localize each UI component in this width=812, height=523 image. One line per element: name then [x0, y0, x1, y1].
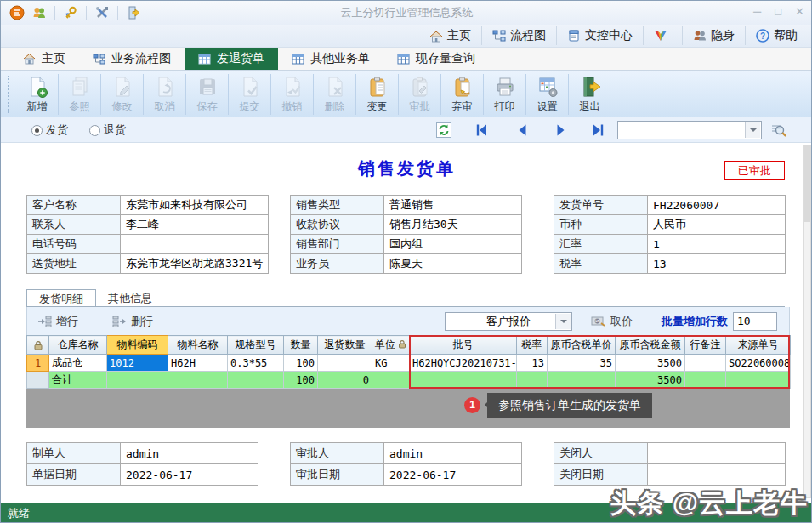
first-record-icon[interactable] — [474, 122, 489, 138]
next-record-icon[interactable] — [554, 122, 569, 138]
field-label: 联系人 — [27, 215, 121, 235]
spec-model-cell[interactable]: 0.3*55 — [228, 355, 284, 372]
record-selector-combobox[interactable] — [617, 121, 762, 139]
last-record-icon[interactable] — [591, 122, 606, 138]
payment-terms-field[interactable]: 销售月结30天 — [384, 215, 522, 235]
get-price-button[interactable]: $ 取价 — [591, 314, 633, 329]
delivery-address-field[interactable]: 东莞市龙华区胡龙路3321号 — [121, 254, 269, 274]
save-button[interactable]: 保存 — [186, 73, 228, 116]
change-button[interactable]: 变更 — [356, 73, 398, 116]
exit-button[interactable]: 退出 — [569, 73, 610, 116]
cancel-button[interactable]: 取消 — [144, 73, 185, 116]
sales-type-field[interactable]: 普通销售 — [384, 196, 522, 215]
vertical-scrollbar[interactable] — [803, 145, 811, 498]
maximize-button[interactable]: □ — [775, 5, 781, 18]
currency-field[interactable]: 人民币 — [648, 215, 786, 235]
row-selector-header[interactable] — [27, 336, 49, 355]
amount-cell[interactable]: 3500 — [616, 355, 685, 372]
delete-button[interactable]: 删除 — [314, 73, 355, 116]
column-header-spec-model[interactable]: 规格型号 — [228, 336, 284, 355]
approval-date-field: 2022-06-17 — [384, 464, 522, 486]
column-header-quantity[interactable]: 数量 — [284, 336, 318, 355]
new-button[interactable]: 新增 — [16, 73, 58, 116]
add-row-icon — [37, 316, 52, 327]
tab-shipping-return-orders[interactable]: 发退货单 — [185, 48, 278, 70]
warehouse-cell[interactable]: 成品仓 — [49, 355, 107, 372]
menu-item-home[interactable]: 主页 — [419, 26, 482, 45]
revoke-icon — [281, 75, 304, 99]
column-header-tax-rate[interactable]: 税率 — [517, 336, 548, 355]
column-header-unit-price-tax[interactable]: 原币含税单价 — [548, 336, 616, 355]
field-label: 税率 — [554, 254, 648, 274]
exchange-rate-field[interactable]: 1 — [648, 235, 786, 254]
material-code-cell-selected[interactable]: 1012 — [107, 355, 168, 372]
home-icon — [429, 30, 443, 43]
column-header-material-code[interactable]: 物料编码 — [107, 336, 168, 355]
svg-text:$: $ — [596, 318, 599, 324]
unit-price-cell[interactable]: 35 — [548, 355, 616, 372]
add-row-button[interactable]: 增行 — [37, 314, 78, 329]
column-header-batch-no[interactable]: 批号 — [410, 336, 517, 355]
customer-info-group: 客户名称 东莞市如来科技有限公司 联系人 李二峰 电话号码 送货地址 东莞市龙华… — [26, 195, 269, 274]
batch-add-rows-input[interactable] — [733, 312, 777, 331]
field-label: 关闭人 — [554, 443, 648, 464]
customer-name-field[interactable]: 东莞市如来科技有限公司 — [121, 196, 269, 215]
quantity-cell[interactable]: 100 — [284, 355, 318, 372]
scrollbar-thumb[interactable] — [804, 145, 810, 222]
approve-button[interactable]: 审批 — [399, 73, 440, 116]
batch-no-cell[interactable]: H62HQYCJ20210731-1 — [410, 355, 517, 372]
shipping-order-no-field[interactable]: FH22060007 — [648, 196, 786, 215]
tax-rate-cell[interactable]: 13 — [517, 355, 548, 372]
price-source-combobox[interactable]: 客户报价 — [445, 312, 572, 331]
radio-return[interactable]: 退货 — [89, 122, 126, 138]
refresh-icon[interactable] — [436, 122, 451, 138]
menu-item-invisible[interactable]: 隐身 — [683, 26, 746, 45]
tab-other-business-orders[interactable]: 其他业务单 — [278, 48, 383, 70]
radio-shipping[interactable]: 发货 — [31, 122, 68, 138]
source-order-cell[interactable]: SO22060008 — [726, 355, 791, 372]
tab-business-flowchart[interactable]: 业务流程图 — [79, 48, 185, 70]
delete-row-label: 删行 — [131, 314, 153, 329]
chevron-down-icon[interactable] — [555, 314, 571, 329]
menu-item-messenger[interactable] — [644, 26, 683, 45]
previous-record-icon[interactable] — [514, 122, 530, 138]
tax-rate-field[interactable]: 13 — [648, 254, 786, 274]
column-header-return-quantity[interactable]: 退货数量 — [318, 336, 372, 355]
revoke-button[interactable]: 撤销 — [271, 73, 313, 116]
column-header-amount-tax[interactable]: 原币含税金额 — [616, 336, 685, 355]
column-header-warehouse[interactable]: 仓库名称 — [49, 336, 107, 355]
submit-button[interactable]: 提交 — [229, 73, 270, 116]
delete-row-button[interactable]: 删行 — [112, 314, 153, 329]
column-header-line-remark[interactable]: 行备注 — [685, 336, 726, 355]
sales-department-field[interactable]: 国内组 — [384, 235, 522, 254]
modify-button[interactable]: 修改 — [101, 73, 143, 116]
chevron-down-icon[interactable] — [745, 122, 760, 138]
tab-inventory-query[interactable]: 现存量查询 — [383, 48, 489, 70]
help-icon: ? — [756, 29, 769, 43]
menu-item-doc-center[interactable]: 文控中心 — [557, 26, 644, 45]
menu-item-flowchart[interactable]: 流程图 — [482, 26, 557, 45]
minimize-button[interactable]: ─ — [753, 5, 761, 18]
unit-cell[interactable]: KG — [372, 355, 410, 372]
material-name-cell[interactable]: H62H — [168, 355, 228, 372]
close-button[interactable]: ✕ — [795, 5, 804, 18]
tab-label: 现存量查询 — [416, 51, 475, 66]
column-header-source-order[interactable]: 来源单号 — [726, 336, 791, 355]
salesperson-field[interactable]: 陈夏天 — [384, 254, 522, 274]
unapprove-button[interactable]: 弃审 — [441, 73, 483, 116]
print-button[interactable]: 打印 — [484, 73, 525, 116]
tab-home[interactable]: 主页 — [9, 48, 79, 70]
menu-item-help[interactable]: ? 帮助 — [746, 26, 808, 45]
return-quantity-cell[interactable] — [318, 355, 372, 372]
copy-documents-icon — [68, 75, 92, 99]
line-remark-cell[interactable] — [685, 355, 726, 372]
row-number-cell[interactable]: 1 — [27, 355, 49, 372]
contact-person-field[interactable]: 李二峰 — [121, 215, 269, 235]
phone-number-field[interactable] — [121, 235, 269, 254]
column-header-unit[interactable]: 单位 — [372, 336, 410, 355]
unapprove-clipboard-icon — [451, 75, 474, 99]
settings-button[interactable]: 设置 — [526, 73, 568, 116]
reference-button[interactable]: 参照 — [59, 73, 100, 116]
search-records-icon[interactable] — [770, 122, 786, 138]
column-header-material-name[interactable]: 物料名称 — [168, 336, 228, 355]
